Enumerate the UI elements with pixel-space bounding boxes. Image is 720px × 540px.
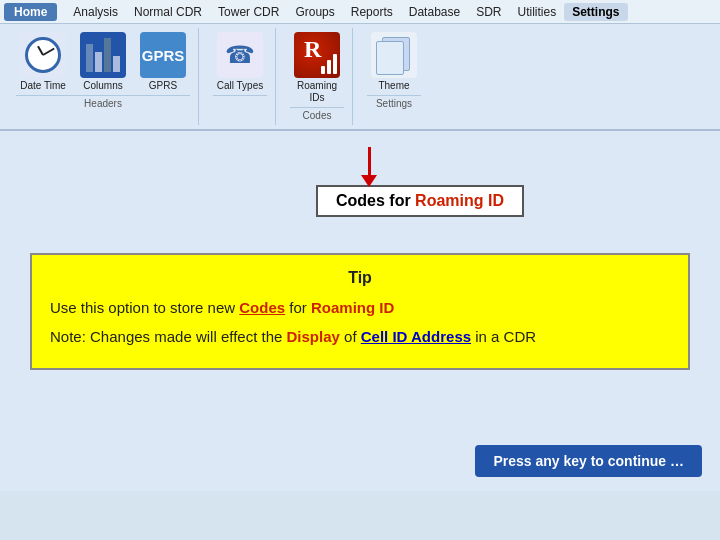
date-time-label: Date Time bbox=[20, 80, 66, 92]
tip-line1-prefix: Use this option to store new bbox=[50, 299, 239, 316]
date-time-button[interactable]: Date Time bbox=[16, 32, 70, 92]
columns-label: Columns bbox=[83, 80, 122, 92]
title-highlight: Roaming ID bbox=[415, 192, 504, 209]
theme-label: Theme bbox=[378, 80, 409, 92]
ribbon: Date Time Columns GPRS bbox=[0, 24, 720, 131]
call-types-button[interactable]: ☎ Call Types bbox=[213, 32, 267, 92]
tip-line2-middle: of bbox=[340, 328, 361, 345]
date-time-icon bbox=[20, 32, 66, 78]
columns-bars bbox=[83, 35, 123, 75]
ribbon-group-headers: Date Time Columns GPRS bbox=[8, 28, 199, 125]
clock-hand-minute bbox=[43, 48, 55, 56]
menu-analysis[interactable]: Analysis bbox=[65, 3, 126, 21]
menu-sdr[interactable]: SDR bbox=[468, 3, 509, 21]
roaming-ids-icon: R bbox=[294, 32, 340, 78]
ribbon-group-theme: Theme Settings bbox=[359, 28, 429, 125]
tip-display: Display bbox=[287, 328, 340, 345]
arrow-line bbox=[368, 147, 371, 177]
phone-icon: ☎ bbox=[225, 41, 255, 69]
columns-button[interactable]: Columns bbox=[76, 32, 130, 92]
col-bar-1 bbox=[86, 44, 93, 72]
theme-group-items: Theme bbox=[367, 32, 421, 92]
ribbon-group-codes: R Roaming IDs Codes bbox=[282, 28, 353, 125]
tip-line-2: Note: Changes made will effect the Displ… bbox=[50, 326, 670, 349]
theme-settings-label: Settings bbox=[367, 95, 421, 109]
menu-groups[interactable]: Groups bbox=[287, 3, 342, 21]
col-bar-4 bbox=[113, 56, 120, 72]
gprs-button[interactable]: GPRS GPRS bbox=[136, 32, 190, 92]
tip-codes: Codes bbox=[239, 299, 285, 316]
gprs-label: GPRS bbox=[149, 80, 177, 92]
title-prefix: Codes for bbox=[336, 192, 415, 209]
title-box: Codes for Roaming ID bbox=[316, 185, 524, 217]
menu-database[interactable]: Database bbox=[401, 3, 468, 21]
arrow-head bbox=[361, 175, 377, 187]
headers-group-items: Date Time Columns GPRS bbox=[16, 32, 190, 92]
calltypes-group-label bbox=[213, 95, 267, 109]
roaming-ids-button[interactable]: R Roaming IDs bbox=[290, 32, 344, 104]
codes-group-items: R Roaming IDs bbox=[290, 32, 344, 104]
clock-icon bbox=[25, 37, 61, 73]
call-types-icon: ☎ bbox=[217, 32, 263, 78]
menu-normal-cdr[interactable]: Normal CDR bbox=[126, 3, 210, 21]
tip-cellid: Cell ID Address bbox=[361, 328, 471, 345]
home-button[interactable]: Home bbox=[4, 3, 57, 21]
col-bar-2 bbox=[95, 52, 102, 72]
bar-3 bbox=[333, 54, 337, 74]
col-bar-3 bbox=[104, 38, 111, 72]
tip-roaming: Roaming ID bbox=[311, 299, 394, 316]
call-types-label: Call Types bbox=[217, 80, 264, 92]
bar-1 bbox=[321, 66, 325, 74]
arrow-container bbox=[20, 147, 700, 177]
tip-line2-prefix: Note: Changes made will effect the bbox=[50, 328, 287, 345]
r-letter: R bbox=[304, 36, 321, 63]
roaming-ids-label: Roaming IDs bbox=[290, 80, 344, 104]
theme-icon bbox=[371, 32, 417, 78]
headers-label: Headers bbox=[16, 95, 190, 109]
bottom-right: Press any key to continue … bbox=[475, 445, 702, 477]
menu-tower-cdr[interactable]: Tower CDR bbox=[210, 3, 287, 21]
menu-bar: Home Analysis Normal CDR Tower CDR Group… bbox=[0, 0, 720, 24]
tip-line2-suffix: in a CDR bbox=[471, 328, 536, 345]
title-area: Codes for Roaming ID bbox=[20, 185, 700, 235]
theme-button[interactable]: Theme bbox=[367, 32, 421, 92]
chart-bars bbox=[321, 54, 337, 74]
menu-settings[interactable]: Settings bbox=[564, 3, 627, 21]
menu-reports[interactable]: Reports bbox=[343, 3, 401, 21]
tip-box: Tip Use this option to store new Codes f… bbox=[30, 253, 690, 370]
tip-line1-middle: for bbox=[285, 299, 311, 316]
tip-line-1: Use this option to store new Codes for R… bbox=[50, 297, 670, 320]
theme-page-front bbox=[376, 41, 404, 75]
gprs-text: GPRS bbox=[141, 33, 185, 77]
theme-pages bbox=[374, 35, 414, 75]
codes-label: Codes bbox=[290, 107, 344, 121]
main-content: Codes for Roaming ID Tip Use this option… bbox=[0, 131, 720, 491]
columns-icon bbox=[80, 32, 126, 78]
tip-heading: Tip bbox=[50, 269, 670, 287]
gprs-icon: GPRS bbox=[140, 32, 186, 78]
ribbon-group-calltypes: ☎ Call Types bbox=[205, 28, 276, 125]
menu-utilities[interactable]: Utilities bbox=[510, 3, 565, 21]
press-continue-button[interactable]: Press any key to continue … bbox=[475, 445, 702, 477]
bar-2 bbox=[327, 60, 331, 74]
calltypes-group-items: ☎ Call Types bbox=[213, 32, 267, 92]
